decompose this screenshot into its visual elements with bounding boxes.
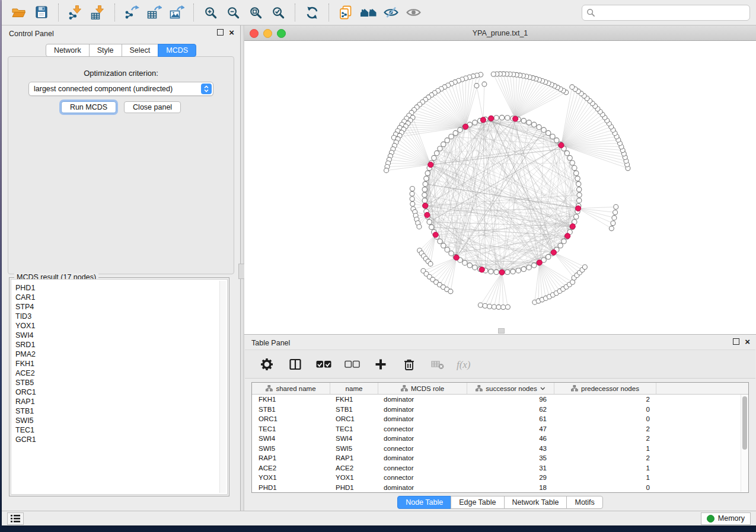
mcds-result-item[interactable]: STB1 [15,406,227,416]
tab-mcds[interactable]: MCDS [158,44,196,57]
optimization-criterion-select[interactable]: largest connected component (undirected) [28,82,213,96]
tab-node-table[interactable]: Node Table [397,496,451,509]
tab-motifs[interactable]: Motifs [566,496,602,509]
table-row[interactable]: ORC1ORC1dominator610 [252,414,748,424]
cell-mcds-role: dominator [378,484,467,491]
neighbors-button[interactable] [357,2,379,23]
column-label: name [346,385,363,392]
table-row[interactable]: FKH1FKH1dominator962 [252,395,748,405]
cell-predecessor-nodes: 2 [554,396,656,403]
function-builder-button-disabled[interactable]: f(x) [456,354,476,374]
cell-mcds-role: dominator [378,396,467,403]
select-all-button[interactable] [314,354,334,374]
column-label: MCDS role [411,385,444,392]
memory-button[interactable]: Memory [701,512,751,525]
table-row[interactable]: SWI5SWI5connector431 [252,444,748,454]
table-row[interactable]: ACE2ACE2connector311 [252,463,748,473]
table-row[interactable]: STB1STB1dominator620 [252,405,748,415]
add-column-button[interactable] [371,354,391,374]
zoom-in-icon [203,5,218,20]
mcds-result-item[interactable]: GCR1 [15,435,227,444]
cell-name: STB1 [330,406,378,413]
cell-mcds-role: connector [378,464,467,472]
clone-network-button[interactable] [334,2,357,23]
split-columns-icon [289,358,302,371]
mcds-result-item[interactable]: YOX1 [15,321,227,331]
cell-shared-name: SWI4 [252,435,330,442]
unchecked-boxes-icon [344,360,360,368]
mcds-result-item[interactable]: TEC1 [15,425,227,435]
show-all-button[interactable] [402,2,425,23]
deselect-all-button[interactable] [342,354,362,374]
column-label: shared name [276,385,315,392]
import-table-button[interactable] [87,2,109,23]
mcds-result-item[interactable]: STP4 [15,302,227,312]
zoom-in-button[interactable] [199,2,222,23]
refresh-button[interactable] [301,2,323,23]
export-table-button[interactable] [143,2,165,23]
mcds-result-item[interactable]: ACE2 [15,368,227,378]
column-header-shared-name[interactable]: shared name [252,383,330,394]
mcds-result-item[interactable]: CAR1 [15,293,227,302]
column-header-name[interactable]: name [330,383,378,394]
mcds-result-item[interactable]: STB5 [15,378,227,387]
float-panel-icon[interactable] [217,29,224,36]
zoom-selected-icon [271,5,286,20]
mcds-result-item[interactable]: TID3 [15,312,227,321]
zoom-selected-button[interactable] [267,2,289,23]
mcds-result-item[interactable]: SWI5 [15,416,227,425]
table-settings-button[interactable] [257,354,277,374]
horizontal-splitter-grip[interactable] [498,328,505,334]
hide-selected-button[interactable] [379,2,402,23]
float-panel-icon[interactable] [733,338,739,345]
tab-style[interactable]: Style [89,44,122,57]
run-mcds-button[interactable]: Run MCDS [61,101,116,113]
zoom-out-button[interactable] [222,2,244,23]
network-graph[interactable] [244,41,756,334]
table-row[interactable]: RAP1RAP1dominator352 [252,453,748,463]
table-row[interactable]: TEC1TEC1connector472 [252,424,748,434]
cell-successor-nodes: 61 [467,415,554,422]
table-row[interactable]: PHD1PHD1dominator180 [252,483,748,493]
mcds-result-item[interactable]: SWI4 [15,331,227,340]
tree-icon [266,385,273,392]
mcds-result-item[interactable]: SRD1 [15,340,227,350]
column-header-successor-nodes[interactable]: successor nodes [467,383,554,394]
cell-shared-name: SWI5 [252,445,330,452]
network-titlebar[interactable]: YPA_prune.txt_1 [244,25,756,41]
column-header-mcds-role[interactable]: MCDS role [378,383,467,394]
close-panel-icon[interactable]: × [745,338,750,345]
table-row[interactable]: YOX1YOX1connector291 [252,473,748,483]
export-image-button[interactable] [165,2,188,23]
zoom-fit-button[interactable] [244,2,267,23]
mcds-result-item[interactable]: PMA2 [15,350,227,359]
table-row[interactable]: SWI4SWI4dominator462 [252,434,748,444]
cell-successor-nodes: 62 [467,406,554,413]
mcds-result-item[interactable]: PHD1 [15,283,227,293]
network-title: YPA_prune.txt_1 [244,29,756,37]
delete-column-button[interactable] [399,354,419,374]
list-scrollbar[interactable] [219,281,226,493]
tab-network[interactable]: Network [46,44,90,57]
tab-edge-table[interactable]: Edge Table [451,496,504,509]
scrollbar-thumb[interactable] [742,396,747,450]
toggle-columns-button[interactable] [285,354,305,374]
mcds-result-item[interactable]: RAP1 [15,397,227,406]
network-canvas[interactable] [244,41,756,334]
close-panel-icon[interactable]: × [229,29,234,36]
delete-table-button-disabled[interactable] [428,354,448,374]
column-header-predecessor-nodes[interactable]: predecessor nodes [554,383,656,394]
import-network-button[interactable] [64,2,87,23]
table-scrollbar[interactable] [741,395,748,492]
close-panel-button[interactable]: Close panel [124,101,181,113]
mcds-result-item[interactable]: ORC1 [15,387,227,397]
export-network-button[interactable] [120,2,143,23]
node-table: shared name name MCDS role successor nod… [251,382,749,493]
task-history-button[interactable] [7,512,24,525]
tab-select[interactable]: Select [122,44,159,57]
open-session-button[interactable] [8,2,30,23]
tab-network-table[interactable]: Network Table [504,496,567,509]
mcds-result-item[interactable]: FKH1 [15,359,227,368]
search-input[interactable] [598,8,745,17]
save-session-button[interactable] [30,2,53,23]
